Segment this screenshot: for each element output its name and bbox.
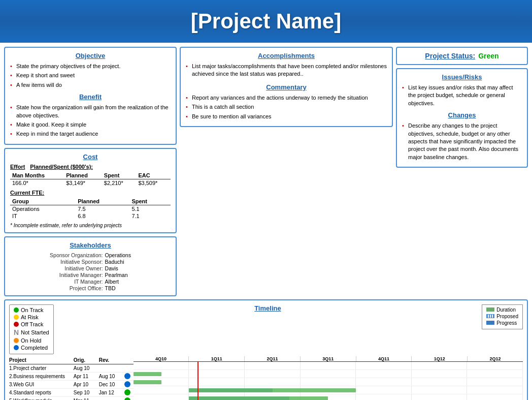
green-dot [14,307,19,313]
gantt-bar [189,396,328,400]
effort-label: Effort [10,164,25,170]
legend-item: Duration [486,307,518,313]
table-cell: 7.5 [76,205,129,212]
gantt-col-bg [356,362,412,370]
gantt-row: 5.Workflow moduleMar 11 [9,397,134,400]
table-cell: 7.1 [129,212,171,220]
gantt-col-bg [412,378,468,386]
legend-item: Progress [486,320,518,326]
col-status [124,357,134,363]
gantt-col-bg [356,394,412,400]
list-item: Keep in mind the target audience [10,130,171,138]
red-dot [14,322,19,327]
accomplishments-title: Accomplishments [186,52,387,59]
q-4q10: 4Q10 [134,356,189,361]
legend-item: At Risk [14,314,49,320]
commentary-title: Commentary [186,83,387,91]
main-content: Objective State the primary objectives o… [0,43,532,400]
blue-dot [14,345,19,350]
list-item: This is a catch all section [186,103,387,111]
table-cell: 166.0* [10,179,64,187]
gantt-col-bg [467,362,523,370]
changes-title: Changes [402,111,522,119]
legend-item: Completed [14,345,49,351]
gantt-col-bg [245,378,301,386]
legend-label: On Hold [21,337,41,344]
duration-rect [486,307,494,312]
legend-item: N Not Started [14,328,49,336]
gantt-col-bg [134,386,189,394]
stakeholder-label: Initiative Sponsor: [10,259,103,265]
bottom-section: On Track At Risk Off Track N Not Sta [4,299,528,400]
issues-list: List key issues and/or risks that may af… [402,84,522,107]
list-item: Keep it short and sweet [10,72,171,79]
list-item: List major tasks/accomplishments that ha… [186,63,387,78]
stakeholder-value: Albert [105,279,171,285]
orig-date: Sep 10 [74,390,99,395]
table-cell: $3,149* [64,179,102,187]
project-name: 3.Web GUI [9,382,74,387]
bar-row [134,370,523,378]
bar-row [134,394,523,400]
quarter-headers: 4Q10 1Q11 2Q11 3Q11 4Q11 1Q12 2Q12 [134,356,523,362]
gantt-col-bg [467,370,523,378]
timeline-title: Timeline [54,304,482,312]
rev-date: Jan 12 [99,390,124,395]
list-item: Report any variances and the actions und… [186,94,387,102]
stakeholder-label: Initiative Owner: [10,265,103,271]
not-started-icon: N [14,328,19,336]
gantt-col-bg [301,370,356,378]
right-column: Project Status: Green Issues/Risks List … [396,47,528,296]
gantt-header: Project Orig. Rev. [9,356,134,364]
legend-label: Progress [496,320,517,326]
orange-dot [14,338,19,343]
stakeholder-label: Sponsor Organization: [10,252,103,258]
col-header: Planned [76,198,129,205]
orig-date: Mar 11 [74,398,99,400]
gantt-bars [134,362,523,400]
q-1q12: 1Q12 [412,356,468,361]
gantt-col-bg [356,386,412,394]
gantt-col-bg [356,370,412,378]
legend-item: Off Track [14,321,49,327]
list-item: State how the organization will gain fro… [10,104,171,119]
q-2q11: 2Q11 [245,356,301,361]
stakeholder-value: Operations [105,252,171,258]
gantt-col-bg [356,378,412,386]
orig-date: Apr 11 [74,374,99,379]
stakeholder-value: Davis [105,265,171,271]
legend-item: On Track [14,307,49,313]
list-item: Make it good. Keep it simple [10,121,171,129]
gantt-bar [189,388,356,392]
benefit-list: State how the organization will gain fro… [10,104,171,138]
stakeholder-value: Pearlman [105,272,171,278]
legend-label: On Track [21,307,44,313]
orig-date: Aug 10 [74,365,99,371]
project-name: 2.Business requirements [9,374,74,379]
legend-item: On Hold [14,337,49,344]
gantt-col-bg [245,362,301,370]
status-indicator [124,389,130,395]
stakeholder-value: TBD [105,285,171,291]
col-header: Group [10,198,76,205]
planned-spent-label: Planned/Spent ($000's): [30,164,93,170]
changes-list: Describe any changes to the project obje… [402,122,522,161]
gantt-col-bg [134,362,189,370]
stakeholder-value: Baduchi [105,259,171,265]
bar-row [134,362,523,370]
gantt-col-bg [301,378,356,386]
table-cell: 5.1 [129,205,171,212]
cost-table: Man Months Planned Spent EAC 166.0* $3,1… [10,172,171,187]
legend-label: Not Started [21,329,49,335]
status-value: Green [478,52,498,60]
col-header: Spent [129,198,171,205]
legend-label: Duration [496,307,516,313]
issues-title: Issues/Risks [402,73,522,81]
table-cell: $2,210* [102,179,137,187]
q-2q12: 2Q12 [468,356,523,361]
project-list: Project Orig. Rev. 1.Project charterAug … [9,356,134,400]
list-item: List key issues and/or risks that may af… [402,84,522,107]
col-header: Man Months [10,172,64,179]
q-4q11: 4Q11 [356,356,412,361]
left-legend: On Track At Risk Off Track N Not Sta [9,304,54,354]
